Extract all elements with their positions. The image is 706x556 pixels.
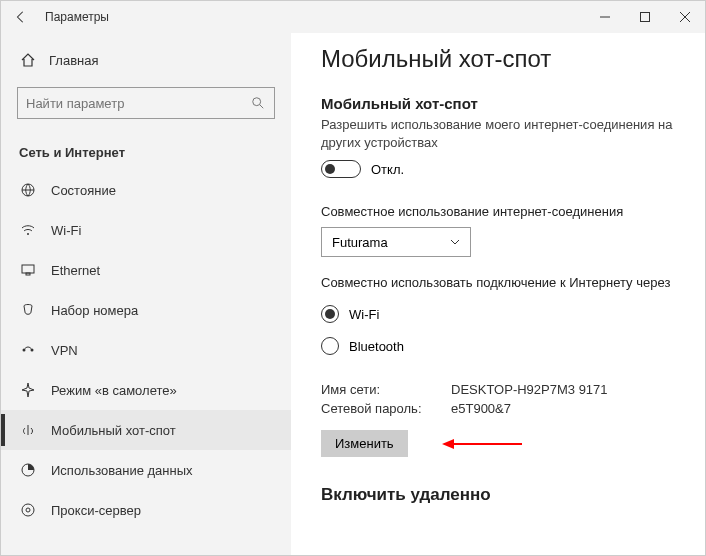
ethernet-icon — [19, 261, 37, 279]
titlebar: Параметры — [1, 1, 705, 33]
annotation-arrow — [442, 436, 522, 452]
search-icon — [242, 96, 274, 110]
sidebar-item-label: Wi-Fi — [51, 223, 81, 238]
svg-point-5 — [27, 233, 29, 235]
radio-circle-icon — [321, 305, 339, 323]
radio-bluetooth[interactable]: Bluetooth — [321, 330, 681, 362]
net-name-label: Имя сети: — [321, 382, 451, 397]
sidebar-item-label: Использование данных — [51, 463, 193, 478]
net-pass-label: Сетевой пароль: — [321, 401, 451, 416]
svg-rect-1 — [641, 13, 650, 22]
sidebar-item-status[interactable]: Состояние — [1, 170, 291, 210]
sidebar-item-wifi[interactable]: Wi-Fi — [1, 210, 291, 250]
svg-point-2 — [253, 98, 261, 106]
share-value: Futurama — [332, 235, 388, 250]
sidebar-item-vpn[interactable]: VPN — [1, 330, 291, 370]
sidebar-item-ethernet[interactable]: Ethernet — [1, 250, 291, 290]
edit-button[interactable]: Изменить — [321, 430, 408, 457]
category-header: Сеть и Интернет — [1, 131, 291, 170]
toggle-state: Откл. — [371, 162, 404, 177]
sidebar-item-hotspot[interactable]: Мобильный хот-спот — [1, 410, 291, 450]
home-label: Главная — [49, 53, 98, 68]
share-select[interactable]: Futurama — [321, 227, 471, 257]
dialup-icon — [19, 301, 37, 319]
net-name-value: DESKTOP-H92P7M3 9171 — [451, 382, 608, 397]
sidebar-item-datausage[interactable]: Использование данных — [1, 450, 291, 490]
svg-point-11 — [22, 504, 34, 516]
minimize-button[interactable] — [585, 1, 625, 33]
airplane-icon — [19, 381, 37, 399]
svg-marker-14 — [442, 439, 454, 449]
chevron-down-icon — [450, 235, 460, 250]
close-button[interactable] — [665, 1, 705, 33]
status-icon — [19, 181, 37, 199]
sidebar-item-dialup[interactable]: Набор номера — [1, 290, 291, 330]
sidebar-item-label: VPN — [51, 343, 78, 358]
radio-wifi[interactable]: Wi-Fi — [321, 298, 681, 330]
sidebar-item-label: Прокси-сервер — [51, 503, 141, 518]
window-title: Параметры — [45, 10, 109, 24]
sidebar-item-label: Режим «в самолете» — [51, 383, 177, 398]
svg-rect-7 — [26, 273, 30, 275]
maximize-button[interactable] — [625, 1, 665, 33]
sidebar: Главная Сеть и Интернет Состояние Wi-Fi … — [1, 33, 291, 556]
hotspot-icon — [19, 421, 37, 439]
via-label: Совместно использовать подключение к Инт… — [321, 275, 681, 290]
proxy-icon — [19, 501, 37, 519]
hotspot-toggle[interactable] — [321, 160, 361, 178]
home-icon — [19, 51, 37, 69]
sidebar-item-label: Состояние — [51, 183, 116, 198]
sidebar-item-airplane[interactable]: Режим «в самолете» — [1, 370, 291, 410]
svg-line-3 — [260, 105, 264, 109]
search-field[interactable] — [18, 96, 242, 111]
remote-heading: Включить удаленно — [321, 485, 681, 505]
back-button[interactable] — [1, 1, 41, 33]
radio-wifi-label: Wi-Fi — [349, 307, 379, 322]
radio-circle-icon — [321, 337, 339, 355]
vpn-icon — [19, 341, 37, 359]
svg-point-12 — [26, 508, 30, 512]
home-button[interactable]: Главная — [1, 45, 291, 75]
net-pass-value: e5T900&7 — [451, 401, 511, 416]
page-title: Мобильный хот-спот — [321, 45, 681, 73]
data-icon — [19, 461, 37, 479]
share-label: Совместное использование интернет-соедин… — [321, 204, 681, 219]
search-input[interactable] — [17, 87, 275, 119]
sidebar-item-proxy[interactable]: Прокси-сервер — [1, 490, 291, 530]
sidebar-item-label: Ethernet — [51, 263, 100, 278]
hotspot-description: Разрешить использование моего интернет-с… — [321, 116, 681, 152]
main-panel: Мобильный хот-спот Мобильный хот-спот Ра… — [291, 33, 705, 556]
sidebar-item-label: Набор номера — [51, 303, 138, 318]
wifi-icon — [19, 221, 37, 239]
svg-rect-6 — [22, 265, 34, 273]
sidebar-item-label: Мобильный хот-спот — [51, 423, 176, 438]
hotspot-heading: Мобильный хот-спот — [321, 95, 681, 112]
radio-bt-label: Bluetooth — [349, 339, 404, 354]
